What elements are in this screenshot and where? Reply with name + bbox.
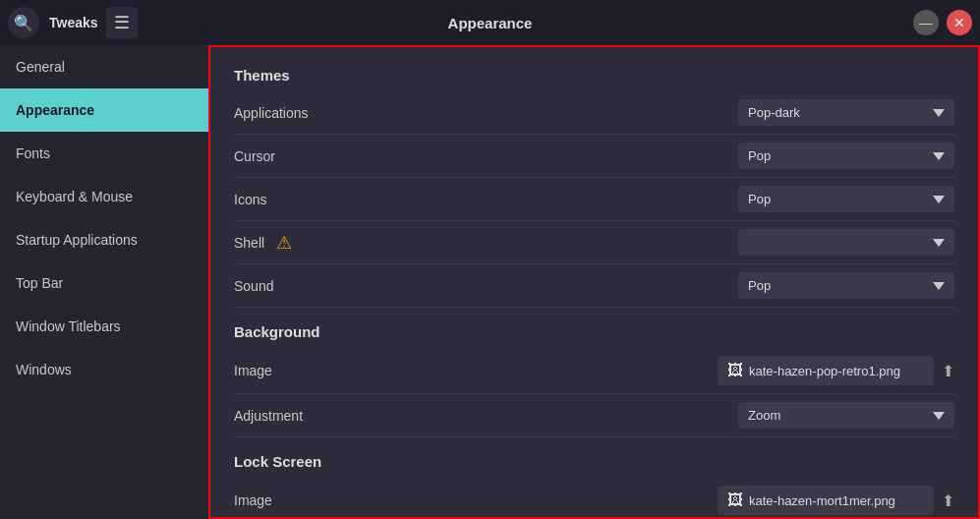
icons-dropdown[interactable]: Pop [738,186,954,212]
minimize-button[interactable]: — [913,10,939,35]
bg-image-filename: kate-hazen-pop-retro1.png [749,364,900,378]
icons-control: Pop [738,186,954,212]
bg-image-button[interactable]: 🖼 kate-hazen-pop-retro1.png [718,356,934,385]
window-controls: — ✕ [913,10,972,35]
icons-label: Icons [234,192,266,207]
sidebar-item-fonts[interactable]: Fonts [0,132,208,175]
sound-dropdown[interactable]: Pop [738,272,954,299]
ls-image-row: Image 🖼 kate-hazen-mort1mer.png ⬆ [234,478,954,519]
applications-dropdown[interactable]: Pop-dark [738,99,954,126]
cursor-control: Pop [738,143,954,169]
icons-row: Icons Pop [234,178,954,221]
sound-label: Sound [234,278,273,294]
sound-control: Pop [738,272,954,299]
titlebar: 🔍 Tweaks ☰ Appearance — ✕ [0,0,980,45]
bg-adjustment-label: Adjustment [234,408,303,424]
ls-image-thumb-icon: 🖼 [727,491,743,509]
bg-adjustment-row: Adjustment Zoom [234,394,954,437]
ls-image-label: Image [234,492,272,508]
content-area: Themes Applications Pop-dark Cursor Pop [208,45,980,519]
menu-button[interactable]: ☰ [106,7,138,38]
sidebar-item-general[interactable]: General [0,45,208,88]
main-layout: General Appearance Fonts Keyboard & Mous… [0,45,980,519]
window-title: Appearance [448,15,533,31]
app-name: Tweaks [49,15,98,30]
shell-label: Shell [234,235,264,251]
sidebar-item-keyboard-mouse[interactable]: Keyboard & Mouse [0,175,208,218]
themes-section-title: Themes [234,67,954,84]
ls-image-control: 🖼 kate-hazen-mort1mer.png ⬆ [718,486,954,515]
bg-image-control: 🖼 kate-hazen-pop-retro1.png ⬆ [718,356,954,385]
shell-row: Shell ⚠ [234,221,954,264]
applications-row: Applications Pop-dark [234,91,954,135]
applications-control: Pop-dark [738,99,954,126]
bg-image-thumb-icon: 🖼 [727,362,743,379]
cursor-label: Cursor [234,148,275,164]
cursor-row: Cursor Pop [234,135,954,178]
cursor-dropdown[interactable]: Pop [738,143,954,169]
sidebar-item-windows[interactable]: Windows [0,348,208,391]
lockscreen-section-title: Lock Screen [234,453,954,470]
applications-label: Applications [234,105,309,121]
bg-image-row: Image 🖼 kate-hazen-pop-retro1.png ⬆ [234,348,954,394]
bg-adjustment-control: Zoom [738,402,954,429]
shell-left: Shell ⚠ [234,232,292,254]
shell-dropdown[interactable] [738,229,954,256]
search-button[interactable]: 🔍 [8,7,39,38]
close-button[interactable]: ✕ [947,10,972,35]
ls-image-filename: kate-hazen-mort1mer.png [749,493,895,508]
sidebar-item-startup-applications[interactable]: Startup Applications [0,218,208,261]
sidebar: General Appearance Fonts Keyboard & Mous… [0,45,208,519]
sidebar-item-top-bar[interactable]: Top Bar [0,261,208,305]
bg-adjustment-dropdown[interactable]: Zoom [738,402,954,429]
sound-row: Sound Pop [234,264,954,308]
sidebar-item-window-titlebars[interactable]: Window Titlebars [0,305,208,348]
background-section-title: Background [234,323,954,340]
bg-upload-icon[interactable]: ⬆ [942,362,954,380]
ls-image-button[interactable]: 🖼 kate-hazen-mort1mer.png [718,486,934,515]
shell-control [738,229,954,256]
bg-image-label: Image [234,363,272,378]
sidebar-item-appearance[interactable]: Appearance [0,88,208,132]
shell-warning-icon: ⚠ [276,232,292,254]
ls-upload-icon[interactable]: ⬆ [942,491,954,510]
content-inner: Themes Applications Pop-dark Cursor Pop [210,47,978,519]
